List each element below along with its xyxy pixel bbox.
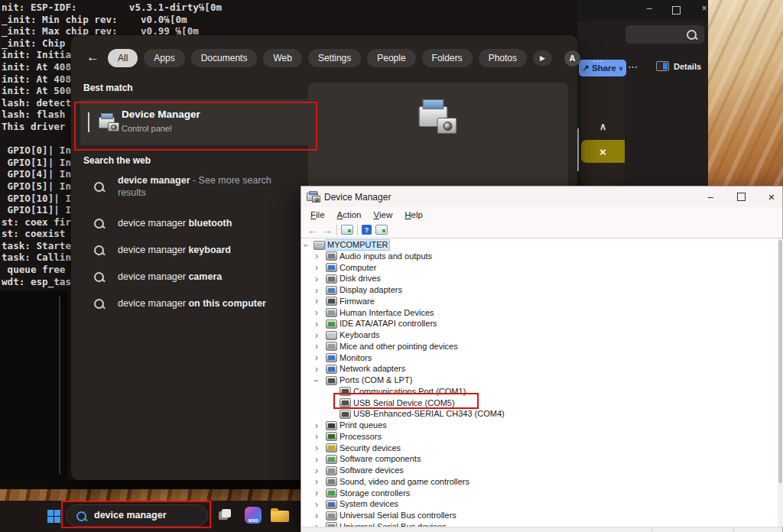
action-pane-icon[interactable] (375, 225, 388, 235)
maximize-button[interactable] (728, 187, 754, 207)
menu-view[interactable]: View (368, 210, 399, 219)
explorer-search-box[interactable] (625, 25, 704, 44)
tree-item-label[interactable]: Firmware (338, 297, 376, 307)
chevron-collapsed-icon[interactable]: › (315, 422, 318, 430)
tree-item-label[interactable]: Monitors (338, 353, 373, 363)
tree-item-label[interactable]: MYCOMPUTER (326, 240, 389, 250)
tree-item[interactable]: ›Display adapters (302, 284, 777, 296)
tab-folders[interactable]: Folders (422, 49, 473, 67)
help-icon[interactable]: ? (362, 225, 372, 235)
tree-item[interactable]: ›Keyboards (302, 329, 777, 341)
tab-settings[interactable]: Settings (308, 49, 361, 67)
chevron-collapsed-icon[interactable]: › (315, 275, 318, 283)
tree-item[interactable]: ›Human Interface Devices (302, 307, 777, 319)
tab-all[interactable]: All (108, 49, 138, 67)
tree-item-label[interactable]: Security devices (338, 443, 402, 453)
menu-file[interactable]: File (304, 210, 331, 219)
m365-copilot-button[interactable]: M365 (245, 507, 262, 524)
tree-item-label[interactable]: Keyboards (338, 330, 382, 340)
tree-item[interactable]: ›MYCOMPUTER (302, 239, 777, 251)
chevron-expanded-icon[interactable]: › (313, 379, 320, 382)
scrollbar-thumb[interactable] (778, 240, 782, 483)
chevron-collapsed-icon[interactable]: › (315, 354, 318, 362)
tab-people[interactable]: People (367, 49, 415, 67)
minimize-button[interactable]: – (697, 187, 723, 207)
more-tabs-icon[interactable]: ▶ (533, 50, 552, 66)
details-toggle[interactable]: Details (656, 61, 701, 71)
forward-icon[interactable]: → (322, 224, 333, 236)
tree-item-label[interactable]: Software devices (338, 466, 405, 475)
tree-item-label[interactable]: System devices (338, 499, 400, 509)
chevron-collapsed-icon[interactable]: › (315, 264, 318, 271)
chevron-collapsed-icon[interactable]: › (315, 433, 318, 440)
tree-item[interactable]: ›Processors (302, 431, 777, 443)
avatar[interactable]: A (564, 50, 580, 66)
tree-item-label[interactable]: Storage controllers (338, 488, 411, 498)
maximize-icon[interactable] (672, 6, 681, 15)
tab-documents[interactable]: Documents (191, 49, 258, 67)
tree-item-label[interactable]: Audio inputs and outputs (338, 251, 434, 261)
overlay-ellipsis-icon[interactable]: … (593, 52, 603, 64)
tree-item-label[interactable]: Mice and other pointing devices (338, 342, 460, 352)
chevron-collapsed-icon[interactable]: › (315, 478, 318, 485)
tree-item[interactable]: ›Sound, video and game controllers (302, 476, 777, 488)
menu-help[interactable]: Help (398, 210, 429, 219)
tree-item[interactable]: ›IDE ATA/ATAPI controllers (302, 318, 777, 329)
chevron-collapsed-icon[interactable]: › (315, 309, 318, 316)
tree-item-label[interactable]: Ports (COM & LPT) (338, 375, 414, 385)
tree-item-label[interactable]: Print queues (338, 420, 388, 430)
tree-item-label[interactable]: Network adapters (338, 364, 407, 374)
tree-item-label[interactable]: IDE ATA/ATAPI controllers (338, 319, 439, 329)
chevron-collapsed-icon[interactable]: › (315, 252, 318, 260)
show-console-icon[interactable] (341, 225, 353, 235)
chevron-collapsed-icon[interactable]: › (315, 512, 318, 520)
terminal-scrollbar[interactable] (59, 297, 60, 474)
file-explorer-button[interactable] (271, 511, 289, 522)
tree-item[interactable]: ›Mice and other pointing devices (302, 341, 777, 352)
tree-item[interactable]: ›Print queues (302, 420, 777, 431)
tree-item[interactable]: ›System devices (302, 498, 777, 510)
close-icon[interactable]: × (698, 3, 710, 14)
tree-item-label[interactable]: Disk drives (338, 274, 382, 284)
close-button[interactable]: × (759, 187, 783, 207)
chevron-collapsed-icon[interactable]: › (315, 501, 318, 508)
tab-web[interactable]: Web (263, 49, 301, 67)
tree-item[interactable]: ›Software devices (302, 465, 777, 476)
tree-item[interactable]: USB-Enhanced-SERIAL CH343 (COM4) (302, 408, 777, 420)
task-view-button[interactable] (219, 509, 231, 520)
tree-item[interactable]: ›Universal Serial Bus controllers (302, 510, 777, 521)
tree-item-label[interactable]: Human Interface Devices (338, 308, 436, 318)
chevron-collapsed-icon[interactable]: › (315, 444, 318, 452)
tab-photos[interactable]: Photos (479, 49, 527, 67)
tree-item[interactable]: ›Storage controllers (302, 488, 777, 499)
tree-item-label[interactable]: Sound, video and game controllers (338, 477, 471, 487)
chevron-up-icon[interactable]: ∧ (581, 121, 625, 132)
chevron-collapsed-icon[interactable]: › (315, 342, 318, 350)
tree-item[interactable]: ›Monitors (302, 352, 777, 364)
tree-item[interactable]: ›Disk drives (302, 273, 777, 284)
back-icon[interactable]: ← (307, 224, 318, 236)
tree-item[interactable]: ›Computer (302, 262, 777, 274)
chevron-collapsed-icon[interactable]: › (315, 467, 318, 475)
more-options-icon[interactable]: ⋯ (628, 61, 638, 73)
chevron-collapsed-icon[interactable]: › (315, 297, 318, 305)
tree-item-label[interactable]: USB-Enhanced-SERIAL CH343 (COM4) (352, 409, 506, 419)
stop-close-button[interactable]: × (581, 140, 625, 163)
tab-apps[interactable]: Apps (144, 49, 184, 67)
back-icon[interactable]: ← (86, 50, 99, 65)
chevron-collapsed-icon[interactable]: › (315, 332, 318, 339)
tree-item[interactable]: ›Ports (COM & LPT) (302, 375, 777, 386)
chevron-collapsed-icon[interactable]: › (315, 320, 318, 328)
tree-item-label[interactable]: Processors (338, 432, 383, 442)
tree-item[interactable]: ›Network adapters (302, 363, 777, 375)
start-button[interactable] (47, 510, 60, 523)
tree-item-label[interactable]: Universal Serial Bus controllers (338, 511, 458, 521)
tree-item[interactable]: ›Audio inputs and outputs (302, 251, 777, 262)
scrollbar[interactable] (778, 238, 783, 527)
menu-action[interactable]: Action (331, 210, 368, 219)
tree-item[interactable]: ›Universal Serial Bus devices (302, 521, 777, 527)
tree-item[interactable]: ›Security devices (302, 443, 777, 454)
chevron-collapsed-icon[interactable]: › (315, 456, 318, 463)
tree-item-label[interactable]: Display adapters (338, 285, 404, 295)
minimize-icon[interactable]: – (643, 3, 655, 14)
